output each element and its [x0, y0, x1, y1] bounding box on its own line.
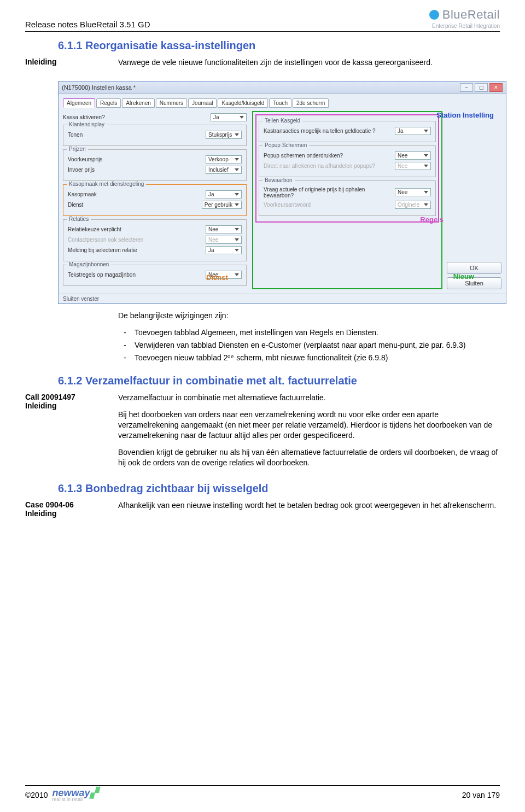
- field-kassa-aktiveren-select[interactable]: Ja: [211, 113, 247, 121]
- annotation-nieuw: Nieuw: [453, 272, 474, 281]
- field-direct-afrekenen-select: Nee: [395, 162, 431, 170]
- tab-2de-scherm[interactable]: 2de scherm: [293, 98, 329, 108]
- group-klantendisplay: Klantendisplay: [67, 121, 107, 127]
- field-dienst-select[interactable]: Per gebruik: [202, 201, 242, 209]
- group-bewaarbon: Bewaarbon: [262, 177, 295, 183]
- section-612-label: Inleiding: [25, 401, 102, 410]
- tab-journaal[interactable]: Journaal: [188, 98, 217, 108]
- field-kasopmaak-select[interactable]: Ja: [206, 190, 242, 198]
- tab-regels[interactable]: Regels: [96, 98, 121, 108]
- tab-touch[interactable]: Touch: [269, 98, 291, 108]
- field-bewaarbon-prijs-select[interactable]: Nee: [395, 188, 431, 196]
- field-invoerprijs-select[interactable]: Inclusief: [206, 166, 242, 174]
- logo-name: BlueRetail: [442, 8, 500, 22]
- window-minimize-button[interactable]: –: [460, 83, 473, 92]
- chevron-down-icon: [240, 116, 244, 119]
- section-612-call: Call 20091497: [25, 393, 102, 401]
- field-kassa-aktiveren-label: Kassa aktiveren?: [63, 114, 207, 120]
- section-611-intro: Vanwege de vele nieuwe functionaliteiten…: [118, 57, 500, 68]
- section-612-p2: Bij het doorboeken van orders naar een v…: [118, 410, 500, 441]
- section-613-title: 6.1.3 Bonbedrag zichtbaar bij wisselgeld: [58, 482, 500, 495]
- newway-logo: newway▞ realist in retail: [52, 788, 97, 802]
- section-612-p1: Verzamelfactuur in combinatie met altern…: [118, 393, 500, 403]
- section-612-title: 6.1.2 Verzamelfactuur in combinatie met …: [58, 375, 500, 387]
- change-item: Toevoegen nieuw tabblad 2ᵈᵉ scherm, mbt …: [118, 353, 500, 363]
- field-contactpersoon-select: Nee: [206, 236, 242, 244]
- window-title: (N175000) Instellen kassa *: [62, 84, 136, 91]
- field-melding-select[interactable]: Ja: [206, 246, 242, 254]
- annotation-dienst: Dienst: [206, 273, 228, 282]
- header-title: Release notes BlueRetail 3.51 GD: [25, 20, 150, 29]
- section-613-p1: Afhankelijk van een nieuwe instelling wo…: [118, 500, 500, 511]
- footer-copyright: ©2010: [25, 791, 48, 799]
- window-maximize-button[interactable]: ▢: [475, 83, 488, 92]
- section-613-case: Case 0904-06: [25, 500, 102, 509]
- annotation-regels: Regels: [420, 215, 444, 224]
- tab-afrekenen[interactable]: Afrekenen: [122, 98, 155, 108]
- logo-subtitle: Enterprise Retail Integration: [432, 23, 500, 29]
- field-voorkeursantwoord-select: Originele: [395, 201, 431, 209]
- tab-kasgeld[interactable]: Kasgeld/kluisgeld: [218, 98, 268, 108]
- group-popup-schermen: Popup Schermen: [262, 142, 309, 148]
- change-item: Toevoegen tabblad Algemeen, met instelli…: [118, 328, 500, 338]
- group-relaties: Relaties: [67, 216, 91, 222]
- field-relatiekeuze-select[interactable]: Nee: [206, 225, 242, 233]
- changes-intro: De belangrijkste wijzigingen zijn:: [118, 311, 500, 321]
- field-tonen-select[interactable]: Stuksprijs: [206, 131, 242, 139]
- brand-logo: BlueRetail Enterprise Retail Integration: [429, 8, 500, 29]
- annotation-station: Station Instelling: [436, 111, 494, 119]
- group-kasopmaak: Kasopmaak met dienstregeling: [67, 181, 146, 187]
- tab-algemeen[interactable]: Algemeen: [63, 98, 95, 108]
- section-611-title: 6.1.1 Reorganisatie kassa-instellingen: [58, 39, 500, 52]
- change-item: Verwijderen van tabblad Diensten en e-Cu…: [118, 340, 500, 350]
- footer-page: 20 van 179: [462, 791, 500, 799]
- group-magazijnbonnen: Magazijnbonnen: [67, 261, 111, 267]
- group-tellen-kasgeld: Tellen Kasgeld: [262, 118, 302, 124]
- statusbar: Sluiten venster: [59, 294, 506, 303]
- field-popup-onderdrukken-select[interactable]: Nee: [395, 151, 431, 160]
- section-611-label: Inleiding: [25, 57, 102, 74]
- field-voorkeursprijs-select[interactable]: Verkoop: [206, 155, 242, 163]
- header-rule: [25, 31, 500, 32]
- kassa-settings-window: (N175000) Instellen kassa * – ▢ ✕ Algeme…: [58, 81, 506, 304]
- logo-dot-icon: [429, 10, 439, 20]
- window-close-button[interactable]: ✕: [489, 83, 503, 92]
- section-613-label: Inleiding: [25, 509, 102, 518]
- section-612-p3: Bovendien krijgt de gebruiker nu als hij…: [118, 447, 500, 468]
- tab-nummers[interactable]: Nummers: [156, 98, 187, 108]
- field-kastransacties-select[interactable]: Ja: [395, 127, 431, 135]
- group-prijzen: Prijzen: [67, 146, 88, 152]
